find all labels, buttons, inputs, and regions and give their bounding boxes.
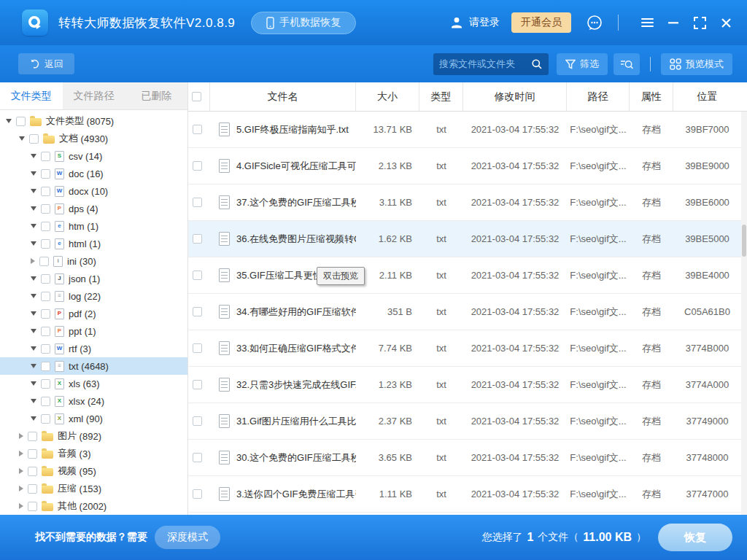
row-checkbox[interactable]: [193, 453, 202, 462]
tree-item-rtf[interactable]: Wrtf (3): [0, 340, 187, 357]
tree-checkbox[interactable]: [29, 134, 39, 144]
tree-checkbox[interactable]: [41, 327, 50, 336]
recover-button[interactable]: 恢复: [658, 524, 732, 551]
tree-item-dps[interactable]: Pdps (4): [0, 200, 187, 217]
tree-checkbox[interactable]: [41, 169, 50, 179]
tree-checkbox[interactable]: [41, 362, 50, 371]
tree-item-pdf[interactable]: Ppdf (2): [0, 305, 187, 322]
tree-checkbox[interactable]: [41, 309, 50, 319]
tree-item-xlsx[interactable]: Xxlsx (24): [0, 392, 187, 410]
row-checkbox[interactable]: [193, 271, 202, 280]
row-checkbox[interactable]: [193, 161, 202, 171]
tree-item-ppt[interactable]: Pppt (1): [0, 322, 187, 340]
tree-expander-open-icon[interactable]: [31, 329, 36, 333]
table-row[interactable]: 3.送你四个GIF免费压缩工具帮...1.11 KBtxt2021-03-04 …: [188, 476, 747, 513]
tree-expander-open-icon[interactable]: [31, 171, 36, 176]
tree-expander-open-icon[interactable]: [31, 241, 36, 246]
tree-checkbox[interactable]: [41, 414, 50, 424]
login-button[interactable]: 请登录: [450, 16, 500, 29]
table-row[interactable]: 4.GIFSicle可视化压缩工具可...2.13 KBtxt2021-03-0…: [188, 148, 747, 184]
row-checkbox[interactable]: [193, 307, 202, 316]
tree-expander-open-icon[interactable]: [31, 206, 36, 211]
tree-expander-open-icon[interactable]: [31, 416, 36, 421]
tree-checkbox[interactable]: [28, 467, 37, 476]
tree-expander-open-icon[interactable]: [31, 311, 36, 316]
tree-checkbox[interactable]: [41, 204, 50, 214]
tree-item-音频[interactable]: 音频 (3): [0, 445, 187, 462]
tree-expander-closed-icon[interactable]: [19, 433, 23, 439]
table-row[interactable]: 34.有哪些好用的GIF压缩软件...351 Btxt2021-03-04 17…: [188, 294, 747, 330]
tree-checkbox[interactable]: [41, 379, 50, 389]
tree-item-docx[interactable]: Wdocx (10): [0, 182, 187, 200]
tree-checkbox[interactable]: [41, 222, 50, 231]
tree-item-图片[interactable]: 图片 (892): [0, 427, 187, 445]
tree-item-压缩[interactable]: 压缩 (153): [0, 480, 187, 497]
tree-expander-open-icon[interactable]: [31, 346, 36, 351]
tree-expander-open-icon[interactable]: [31, 381, 36, 386]
row-checkbox[interactable]: [193, 343, 202, 353]
table-row[interactable]: 31.Gif图片压缩用什么工具比...2.37 KBtxt2021-03-04 …: [188, 403, 747, 440]
preview-mode-button[interactable]: 预览模式: [661, 53, 732, 75]
row-checkbox[interactable]: [193, 234, 202, 244]
advanced-search-button[interactable]: [614, 53, 640, 75]
tree-item-xls[interactable]: Xxls (63): [0, 375, 187, 392]
tree-checkbox[interactable]: [16, 117, 26, 126]
tree-item-json[interactable]: Jjson (1): [0, 270, 187, 287]
search-icon[interactable]: [531, 58, 543, 70]
row-checkbox[interactable]: [193, 416, 202, 426]
table-row[interactable]: 37.这个免费的GIF压缩工具秒...3.11 KBtxt2021-03-04 …: [188, 184, 747, 221]
tree-item-csv[interactable]: Scsv (14): [0, 147, 187, 165]
table-scrollbar[interactable]: [741, 112, 747, 515]
vip-button[interactable]: 开通会员: [511, 12, 571, 33]
select-all-checkbox[interactable]: [192, 92, 201, 101]
tree-expander-open-icon[interactable]: [31, 224, 36, 228]
tree-expander-open-icon[interactable]: [31, 294, 36, 298]
table-row[interactable]: 5.GIF终极压缩指南知乎.txt13.71 KBtxt2021-03-04 1…: [188, 112, 747, 148]
tree-item-文件类型[interactable]: 文件类型 (8075): [0, 112, 187, 130]
tree-item-txt[interactable]: ≡txt (4648): [0, 357, 187, 375]
row-checkbox[interactable]: [193, 198, 202, 207]
tree-checkbox[interactable]: [41, 274, 50, 284]
tree-expander-open-icon[interactable]: [19, 136, 25, 141]
row-checkbox[interactable]: [193, 489, 202, 499]
filter-button[interactable]: 筛选: [557, 53, 608, 75]
tree-expander-closed-icon[interactable]: [19, 486, 23, 491]
tree-item-xml[interactable]: Xxml (90): [0, 410, 187, 427]
table-row[interactable]: 36.在线免费图片压缩视频转GI...1.62 KBtxt2021-03-04 …: [188, 221, 747, 257]
table-row[interactable]: 32.只需3步快速完成在线GIF...1.23 KBtxt2021-03-04 …: [188, 367, 747, 403]
phone-recovery-button[interactable]: 手机数据恢复: [251, 12, 356, 34]
tree-item-ini[interactable]: iini (30): [0, 252, 187, 270]
tree-checkbox[interactable]: [41, 397, 50, 406]
close-button[interactable]: [715, 12, 737, 34]
tree-expander-open-icon[interactable]: [6, 119, 12, 123]
tree-item-文档[interactable]: 文档 (4930): [0, 130, 187, 147]
tree-item-视频[interactable]: 视频 (95): [0, 462, 187, 480]
row-checkbox[interactable]: [193, 380, 202, 389]
tree-expander-open-icon[interactable]: [31, 276, 36, 281]
tree-expander-closed-icon[interactable]: [19, 503, 23, 509]
tree-checkbox[interactable]: [28, 502, 37, 511]
table-row[interactable]: 30.这个免费的GIF压缩工具秒...3.65 KBtxt2021-03-04 …: [188, 440, 747, 476]
tree-expander-open-icon[interactable]: [31, 154, 36, 158]
scrollbar-thumb[interactable]: [742, 225, 746, 257]
tree-expander-open-icon[interactable]: [31, 399, 36, 403]
tree-item-log[interactable]: ≡log (22): [0, 287, 187, 305]
tree-checkbox[interactable]: [41, 187, 50, 196]
tree-expander-open-icon[interactable]: [31, 364, 36, 368]
tree-checkbox[interactable]: [28, 449, 37, 459]
tree-expander-closed-icon[interactable]: [19, 468, 23, 474]
maximize-button[interactable]: [689, 12, 711, 34]
minimize-button[interactable]: [662, 12, 684, 34]
tab-file-path[interactable]: 文件路径: [63, 82, 125, 109]
customer-service-button[interactable]: [586, 14, 603, 31]
tree-expander-open-icon[interactable]: [31, 189, 36, 193]
menu-button[interactable]: [636, 12, 658, 34]
tree-item-其他[interactable]: 其他 (2002): [0, 497, 187, 515]
tab-deleted[interactable]: 已删除: [125, 82, 187, 109]
table-row[interactable]: 33.如何正确压缩GIF格式文件...7.74 KBtxt2021-03-04 …: [188, 330, 747, 367]
tree-expander-closed-icon[interactable]: [31, 258, 35, 264]
tree-checkbox[interactable]: [41, 344, 50, 354]
tree-checkbox[interactable]: [28, 432, 37, 441]
tree-checkbox[interactable]: [41, 292, 50, 301]
table-row[interactable]: 35.GIF压缩工具更快捷2.11 KBtxt2021-03-04 17:55:…: [188, 257, 747, 294]
